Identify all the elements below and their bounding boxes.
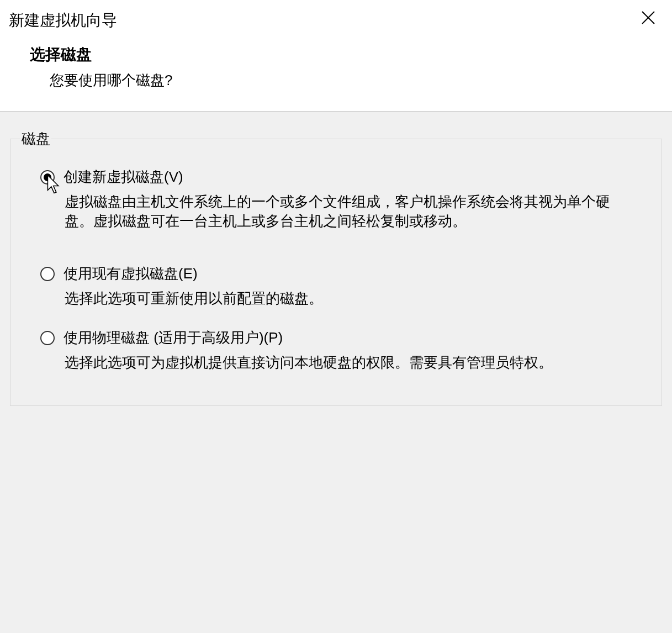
option-label: 使用现有虚拟磁盘(E) <box>64 264 198 283</box>
wizard-header: 选择磁盘 您要使用哪个磁盘? <box>0 33 672 111</box>
option-label: 使用物理磁盘 (适用于高级用户)(P) <box>64 328 283 347</box>
window-title: 新建虚拟机向导 <box>9 10 117 31</box>
body-spacer <box>0 539 672 633</box>
radio-use-existing-disk[interactable] <box>40 267 55 281</box>
disk-group: 磁盘 创建新虚拟磁盘(V) 虚拟磁盘由主机文件系统上的一个或多个文件组成，客户机… <box>10 129 662 406</box>
option-use-physical-disk[interactable]: 使用物理磁盘 (适用于高级用户)(P) 选择此选项可为虚拟机提供直接访问本地硬盘… <box>33 328 639 372</box>
option-label: 创建新虚拟磁盘(V) <box>64 167 183 187</box>
page-heading: 选择磁盘 <box>30 44 663 65</box>
option-create-new-disk[interactable]: 创建新虚拟磁盘(V) 虚拟磁盘由主机文件系统上的一个或多个文件组成，客户机操作系… <box>33 167 639 231</box>
close-icon[interactable] <box>639 10 658 28</box>
group-legend: 磁盘 <box>20 129 51 149</box>
page-subheading: 您要使用哪个磁盘? <box>30 71 663 90</box>
radio-use-physical-disk[interactable] <box>40 331 55 345</box>
option-description: 选择此选项可为虚拟机提供直接访问本地硬盘的权限。需要具有管理员特权。 <box>40 353 639 372</box>
option-description: 选择此选项可重新使用以前配置的磁盘。 <box>40 289 639 308</box>
option-description: 虚拟磁盘由主机文件系统上的一个或多个文件组成，客户机操作系统会将其视为单个硬盘。… <box>40 192 639 231</box>
option-use-existing-disk[interactable]: 使用现有虚拟磁盘(E) 选择此选项可重新使用以前配置的磁盘。 <box>33 264 639 308</box>
body-section: 磁盘 创建新虚拟磁盘(V) 虚拟磁盘由主机文件系统上的一个或多个文件组成，客户机… <box>0 112 672 539</box>
radio-create-new-disk[interactable] <box>40 170 55 184</box>
